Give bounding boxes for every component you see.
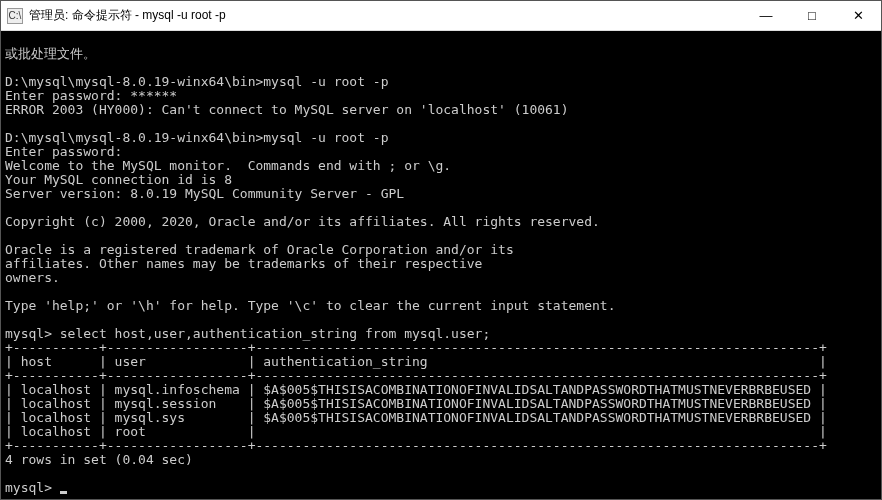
prompt-line: mysql> [5,480,67,495]
table-header: | host | user | authentication_string | [5,354,827,369]
terminal-line: Welcome to the MySQL monitor. Commands e… [5,158,451,173]
command-prompt-window: C:\ 管理员: 命令提示符 - mysql -u root -p — □ ✕ … [0,0,882,500]
terminal-line: Server version: 8.0.19 MySQL Community S… [5,186,404,201]
terminal-line: mysql> select host,user,authentication_s… [5,326,490,341]
terminal-output[interactable]: 或批处理文件。 D:\mysql\mysql-8.0.19-winx64\bin… [1,31,881,499]
terminal-line: affiliates. Other names may be trademark… [5,256,482,271]
window-buttons: — □ ✕ [743,1,881,30]
minimize-button[interactable]: — [743,1,789,30]
maximize-button[interactable]: □ [789,1,835,30]
table-row: | localhost | mysql.sys | $A$005$THISISA… [5,410,827,425]
terminal-line: D:\mysql\mysql-8.0.19-winx64\bin>mysql -… [5,74,389,89]
table-border: +-----------+------------------+--------… [5,340,827,355]
table-row: | localhost | mysql.infoschema | $A$005$… [5,382,827,397]
terminal-line: Copyright (c) 2000, 2020, Oracle and/or … [5,214,600,229]
titlebar[interactable]: C:\ 管理员: 命令提示符 - mysql -u root -p — □ ✕ [1,1,881,31]
cursor [60,491,67,494]
terminal-line: Oracle is a registered trademark of Orac… [5,242,514,257]
terminal-line: D:\mysql\mysql-8.0.19-winx64\bin>mysql -… [5,130,389,145]
terminal-line: ERROR 2003 (HY000): Can't connect to MyS… [5,102,569,117]
terminal-line: Your MySQL connection id is 8 [5,172,232,187]
terminal-line: Enter password: [5,144,122,159]
close-button[interactable]: ✕ [835,1,881,30]
table-row: | localhost | root | | [5,424,827,439]
terminal-line: owners. [5,270,60,285]
terminal-line: Enter password: ****** [5,88,177,103]
cmd-icon: C:\ [7,8,23,24]
terminal-line: 或批处理文件。 [5,46,96,61]
terminal-line: Type 'help;' or '\h' for help. Type '\c'… [5,298,615,313]
table-row: | localhost | mysql.session | $A$005$THI… [5,396,827,411]
terminal-line: 4 rows in set (0.04 sec) [5,452,193,467]
table-border: +-----------+------------------+--------… [5,438,827,453]
prompt-text: mysql> [5,480,60,495]
window-title: 管理员: 命令提示符 - mysql -u root -p [29,7,743,24]
table-border: +-----------+------------------+--------… [5,368,827,383]
